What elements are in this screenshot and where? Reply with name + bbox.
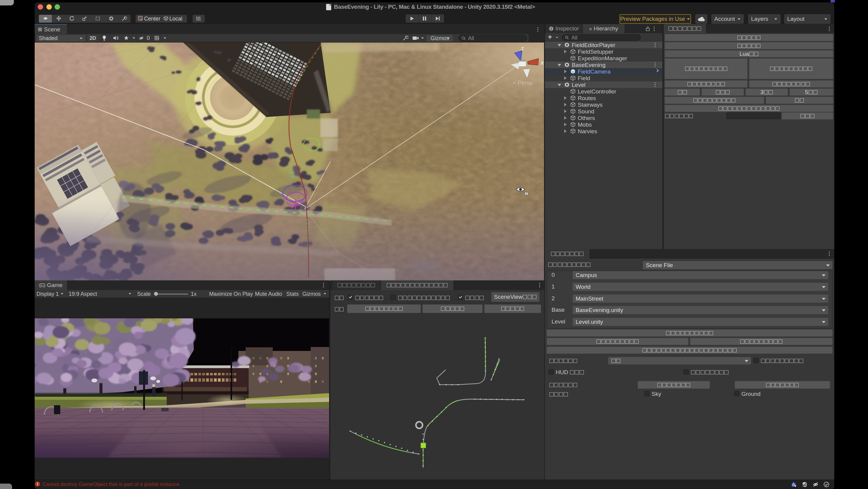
- svg-text:Z: Z: [521, 46, 524, 51]
- svg-text:X: X: [541, 60, 544, 65]
- svg-text:< Persp: < Persp: [513, 80, 532, 86]
